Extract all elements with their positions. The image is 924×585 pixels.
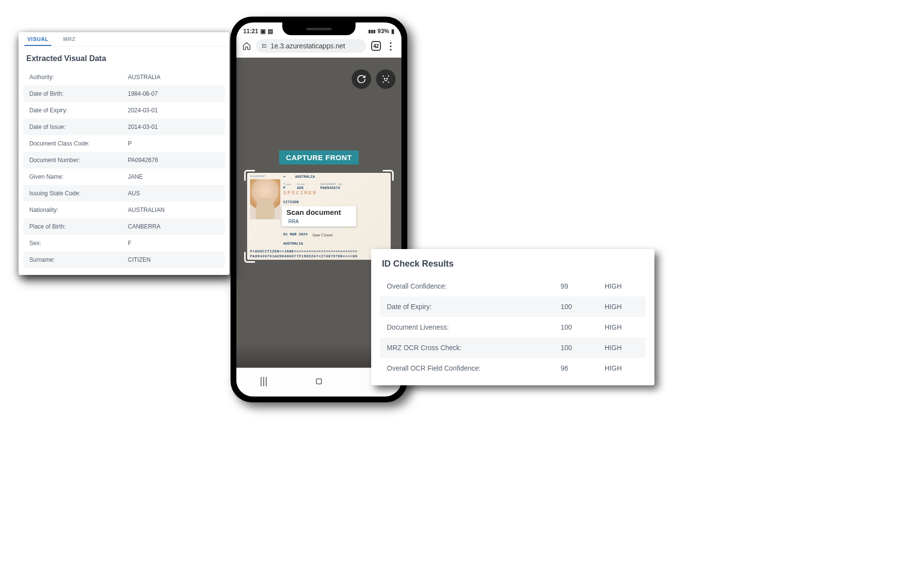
field-value: CITIZEN	[128, 256, 219, 263]
extracted-data-title: Extracted Visual Data	[19, 46, 230, 69]
result-level: HIGH	[605, 344, 639, 352]
extracted-data-list: Authority:AUSTRALIADate of Birth:1984-06…	[19, 69, 230, 271]
field-value: F	[128, 240, 219, 247]
field-value: JANE	[128, 173, 219, 180]
site-settings-icon	[261, 42, 268, 49]
field-value: PA0942676	[128, 157, 219, 164]
result-row: Overall Confidence:99HIGH	[380, 276, 646, 296]
field-value: 2014-03-01	[128, 124, 219, 130]
extracted-data-row: Document Number:PA0942676	[23, 152, 225, 168]
field-label: Date of Expiry:	[29, 107, 128, 114]
extracted-data-row: Issuing State Code:AUS	[23, 185, 225, 202]
id-check-list: Overall Confidence:99HIGHDate of Expiry:…	[380, 276, 646, 378]
extracted-data-row: Date of Expiry:2024-03-01	[23, 102, 225, 119]
tabs: VISUAL MRZ	[19, 32, 230, 46]
capture-front-label: CAPTURE FRONT	[279, 150, 359, 165]
image-icon: ▣	[260, 28, 266, 35]
result-score: 96	[561, 364, 605, 372]
result-score: 100	[561, 303, 605, 311]
result-row: Date of Expiry:100HIGH	[380, 296, 646, 317]
result-row: Document Liveness:100HIGH	[380, 317, 646, 337]
url-bar[interactable]: 1e.3.azurestaticapps.net	[256, 39, 366, 53]
pp-country: AUSTRALIA	[295, 175, 315, 179]
status-time: 11:21	[243, 28, 258, 35]
pp-code: AUS	[297, 186, 317, 190]
mrz-line-2: PA09426761AUS8406077F1903267<27407978K<<…	[250, 254, 388, 259]
extracted-data-row: Authority:AUSTRALIA	[23, 69, 225, 85]
extracted-data-row: Sex:F	[23, 235, 225, 251]
field-label: Document Number:	[29, 157, 128, 164]
id-check-results-panel: ID Check Results Overall Confidence:99HI…	[371, 249, 654, 385]
result-score: 100	[561, 323, 605, 331]
phone-notch	[282, 22, 356, 35]
result-label: Overall OCR Field Confidence:	[387, 364, 561, 372]
result-score: 100	[561, 344, 605, 352]
tab-mrz[interactable]: MRZ	[60, 32, 78, 46]
face-scan-button[interactable]	[376, 69, 396, 89]
svg-rect-4	[316, 378, 322, 384]
browser-toolbar: 1e.3.azurestaticapps.net 42 ⋮	[236, 36, 401, 58]
extracted-data-row: Nationality:AUSTRALIAN	[23, 202, 225, 218]
cast-icon: ▤	[268, 28, 273, 35]
field-label: Sex:	[29, 240, 128, 247]
field-label: Given Name:	[29, 173, 128, 180]
pp-type: P	[283, 186, 294, 190]
result-label: Overall Confidence:	[387, 282, 561, 290]
result-level: HIGH	[605, 323, 639, 331]
svg-point-0	[262, 44, 263, 45]
refresh-button[interactable]	[352, 69, 371, 89]
result-row: Overall OCR Field Confidence:96HIGH	[380, 358, 646, 378]
pp-ctry: AUSTRALIA	[283, 242, 388, 249]
field-value: CANBERRA	[128, 223, 219, 230]
field-value: P	[128, 140, 219, 147]
pob-peek: RRA	[289, 219, 299, 224]
field-label: Date of Issue:	[29, 124, 128, 130]
field-value: 2024-03-01	[128, 107, 219, 114]
pp-signature: Jane Citzen	[313, 232, 333, 241]
svg-point-3	[387, 78, 388, 79]
field-label: Surname:	[29, 256, 128, 263]
extracted-data-row: Place of Birth:CANBERRA	[23, 218, 225, 235]
url-text: 1e.3.azurestaticapps.net	[271, 42, 345, 50]
field-value: AUSTRALIA	[128, 74, 219, 81]
extracted-data-row: Date of Issue:2014-03-01	[23, 119, 225, 135]
scan-document-tooltip: Scan document RRA	[282, 206, 357, 227]
result-row: MRZ OCR Cross Check:100HIGH	[380, 337, 646, 358]
result-score: 99	[561, 282, 605, 290]
result-level: HIGH	[605, 282, 639, 290]
field-label: Authority:	[29, 74, 128, 81]
result-level: HIGH	[605, 364, 639, 372]
tab-count-value: 42	[373, 43, 378, 49]
field-value: 1984-06-07	[128, 90, 219, 97]
extracted-data-row: Document Class Code:P	[23, 135, 225, 152]
result-label: MRZ OCR Cross Check:	[387, 344, 561, 352]
result-label: Date of Expiry:	[387, 303, 561, 311]
tab-visual[interactable]: VISUAL	[24, 32, 51, 46]
result-level: HIGH	[605, 303, 639, 311]
battery-icon: ▮	[391, 28, 395, 35]
mrz-line-1: P<AUSCITIZEN<<JANE<<<<<<<<<<<<<<<<<<<<<<…	[250, 249, 388, 254]
result-label: Document Liveness:	[387, 323, 561, 331]
field-label: Date of Birth:	[29, 90, 128, 97]
id-check-title: ID Check Results	[380, 257, 646, 276]
field-value: AUSTRALIAN	[128, 207, 219, 213]
extracted-data-panel: VISUAL MRZ Extracted Visual Data Authori…	[19, 32, 230, 275]
field-label: Place of Birth:	[29, 223, 128, 230]
extracted-data-row: Given Name:JANE	[23, 168, 225, 185]
recents-icon[interactable]: |||	[260, 376, 268, 387]
field-value: AUS	[128, 190, 219, 197]
document-frame: PASSPORT ━ AUSTRALIA Type P	[244, 170, 394, 263]
home-icon[interactable]	[242, 42, 251, 50]
signal-icon: ▮▮▮	[368, 29, 376, 34]
field-label: Issuing State Code:	[29, 190, 128, 197]
pp-docnum: PA0942676	[320, 186, 388, 190]
tab-count-button[interactable]: 42	[371, 41, 381, 51]
field-label: Document Class Code:	[29, 140, 128, 147]
svg-point-1	[262, 46, 263, 47]
home-nav-icon[interactable]	[315, 377, 323, 386]
svg-point-2	[384, 78, 385, 79]
pp-specimen: SPECIMEN	[283, 190, 388, 199]
pp-expiry: 01 MAR 2024	[283, 232, 308, 241]
passport-hdr: PASSPORT	[250, 175, 280, 178]
extracted-data-row: Date of Birth:1984-06-07	[23, 85, 225, 102]
